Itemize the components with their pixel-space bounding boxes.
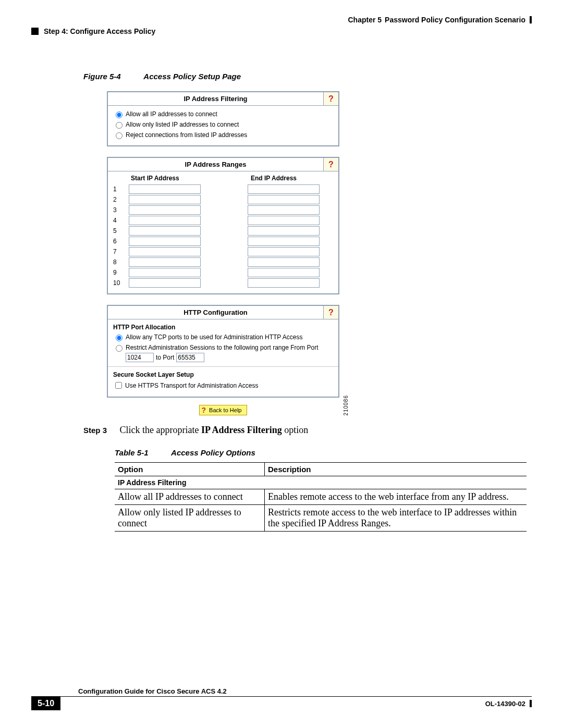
checkbox-https-transport[interactable] [115,382,122,389]
panel-ip-filtering-title: IP Address Filtering [108,92,323,105]
ip-range-row: 6 [113,236,333,246]
http-port-alloc-heading: HTTP Port Allocation [113,322,333,332]
radio-allow-listed-label: Allow only listed IP addresses to connec… [126,121,239,128]
access-policy-options-table: Option Description IP Address Filtering … [115,462,527,532]
section-title: Step 4: Configure Access Policy [44,27,155,35]
figure-id: 210086 [343,395,349,415]
help-button-http[interactable]: ? [323,306,338,319]
radio-reject-listed-label: Reject connections from listed IP addres… [126,131,247,139]
help-button-ip-ranges[interactable]: ? [323,158,338,171]
th-description: Description [265,463,527,476]
question-icon: ? [328,308,334,317]
start-ip-input[interactable] [129,184,201,194]
help-button-ip-filtering[interactable]: ? [323,92,338,105]
to-port-input[interactable] [176,353,204,362]
row-number: 9 [113,269,129,276]
back-to-help-label: Back to Help [209,407,241,413]
radio-allow-all[interactable] [116,112,123,118]
end-ip-input[interactable] [248,216,320,225]
step-3-bold: IP Address Filtering [201,425,282,435]
panel-http-config: HTTP Configuration ? HTTP Port Allocatio… [107,305,339,398]
radio-allow-all-label: Allow all IP addresses to connect [126,110,217,118]
from-port-input[interactable] [126,353,154,362]
page-footer: Configuration Guide for Cisco Secure ACS… [31,687,532,710]
step-3-text-pre: Click the appropriate [120,425,201,435]
checkbox-https-label: Use HTTPS Transport for Administration A… [125,382,258,389]
ip-range-row: 1 [113,184,333,194]
back-to-help-button[interactable]: ? Back to Help [199,405,248,415]
start-ip-input[interactable] [129,195,201,204]
row-number: 5 [113,227,129,235]
footer-tick-icon [530,700,532,707]
step-3-instruction: Step 3 Click the appropriate IP Address … [83,425,532,436]
th-option: Option [115,463,265,476]
row-number: 7 [113,248,129,255]
step-3-label: Step 3 [83,426,107,435]
radio-http-any-port[interactable] [116,335,123,341]
figure-caption: Figure 5-4 Access Policy Setup Page [83,72,532,81]
radio-http-restrict[interactable] [116,345,123,352]
figure-label: Figure 5-4 [83,72,121,81]
footer-guide-title: Configuration Guide for Cisco Secure ACS… [31,687,532,697]
ip-range-row: 5 [113,226,333,236]
chapter-label: Chapter 5 [348,16,382,24]
ip-range-row: 9 [113,267,333,278]
ip-range-row: 8 [113,257,333,267]
start-ip-input[interactable] [129,205,201,215]
square-icon [31,28,39,35]
end-ip-input[interactable] [248,268,320,277]
ssl-heading: Secure Socket Layer Setup [113,369,333,379]
row-number: 4 [113,217,129,224]
figure-title: Access Policy Setup Page [143,72,241,81]
cell-desc: Restricts remote access to the web inter… [265,505,527,532]
radio-reject-listed[interactable] [116,132,123,139]
end-ip-input[interactable] [248,257,320,267]
col-start-ip: Start IP Address [129,175,235,182]
to-port-label: to Port [156,354,174,361]
row-number: 1 [113,186,129,193]
ip-range-row: 4 [113,215,333,226]
question-icon: ? [328,94,334,104]
table-caption: Table 5-1 Access Policy Options [115,448,532,457]
row-number: 2 [113,196,129,203]
end-ip-input[interactable] [248,247,320,256]
running-header-right: Chapter 5Password Policy Configuration S… [31,16,532,24]
table-row: Allow only listed IP addresses to connec… [115,505,527,532]
radio-allow-listed[interactable] [116,122,123,129]
end-ip-input[interactable] [248,237,320,246]
ip-range-row: 2 [113,194,333,205]
cell-option: Allow only listed IP addresses to connec… [115,505,265,532]
row-number: 3 [113,206,129,214]
question-icon: ? [202,406,206,414]
start-ip-input[interactable] [129,226,201,236]
row-number: 6 [113,238,129,245]
start-ip-input[interactable] [129,268,201,277]
panel-ip-ranges: IP Address Ranges ? Start IP Address End… [107,157,339,294]
table-row: Allow all IP addresses to connect Enable… [115,489,527,505]
end-ip-input[interactable] [248,226,320,236]
start-ip-input[interactable] [129,216,201,225]
panel-ip-filtering: IP Address Filtering ? Allow all IP addr… [107,91,339,146]
document-id: OL-14390-02 [485,700,525,708]
start-ip-input[interactable] [129,278,201,288]
radio-http-restrict-label: Restrict Administration Sessions to the … [126,344,319,351]
ip-range-row: 3 [113,205,333,215]
step-3-text-post: option [282,425,309,435]
end-ip-input[interactable] [248,195,320,204]
start-ip-input[interactable] [129,237,201,246]
cell-option: Allow all IP addresses to connect [115,489,265,505]
start-ip-input[interactable] [129,247,201,256]
table-label: Table 5-1 [115,448,148,457]
end-ip-input[interactable] [248,205,320,215]
end-ip-input[interactable] [248,184,320,194]
end-ip-input[interactable] [248,278,320,288]
start-ip-input[interactable] [129,257,201,267]
row-number: 10 [113,279,129,287]
ip-ranges-header: Start IP Address End IP Address [113,175,333,184]
chapter-title: Password Policy Configuration Scenario [385,16,525,24]
panel-http-title: HTTP Configuration [108,306,323,319]
cell-desc: Enables remote access to the web interfa… [265,489,527,505]
page-number-badge: 5-10 [31,697,60,710]
ip-range-row: 7 [113,246,333,257]
figure-screenshot: IP Address Filtering ? Allow all IP addr… [107,91,339,415]
